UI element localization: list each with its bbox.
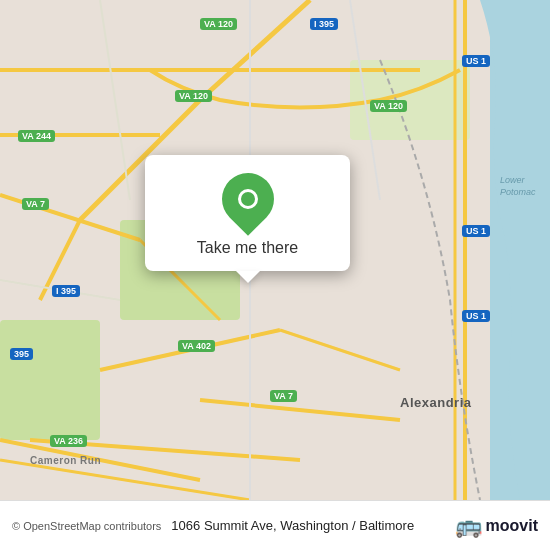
badge-va120-mid: VA 120: [175, 90, 212, 102]
svg-rect-2: [0, 320, 100, 440]
take-me-there-button[interactable]: Take me there: [197, 239, 298, 257]
pin-dot: [238, 189, 258, 209]
badge-us1-mid: US 1: [462, 225, 490, 237]
badge-us1-top: US 1: [462, 55, 490, 67]
badge-va402: VA 402: [178, 340, 215, 352]
svg-line-9: [0, 195, 140, 240]
badge-va244: VA 244: [18, 130, 55, 142]
badge-va7-left: VA 7: [22, 198, 49, 210]
badge-va120-right: VA 120: [370, 100, 407, 112]
address-label: 1066 Summit Ave, Washington / Baltimore: [171, 518, 444, 533]
location-pin-icon: [211, 162, 285, 236]
badge-i395-top: I 395: [310, 18, 338, 30]
moovit-wordmark: moovit: [486, 517, 538, 535]
badge-va7-lower: VA 7: [270, 390, 297, 402]
map-container: VA 120 I 395 US 1 VA 244 VA 120 VA 7 VA …: [0, 0, 550, 500]
popup-card: Take me there: [145, 155, 350, 271]
svg-line-18: [200, 400, 400, 420]
city-label-cameron-run: Cameron Run: [30, 455, 101, 466]
badge-va120-top: VA 120: [200, 18, 237, 30]
svg-line-4: [200, 0, 310, 100]
svg-line-14: [280, 330, 400, 370]
moovit-logo: 🚌 moovit: [455, 513, 538, 539]
badge-va236: VA 236: [50, 435, 87, 447]
moovit-icon: 🚌: [455, 513, 482, 539]
osm-attribution: © OpenStreetMap contributors: [12, 520, 161, 532]
bottom-bar: © OpenStreetMap contributors 1066 Summit…: [0, 500, 550, 550]
badge-395-low: 395: [10, 348, 33, 360]
water-label-lower-potomac: LowerPotomac: [500, 175, 536, 198]
city-label-alexandria: Alexandria: [400, 395, 471, 410]
badge-us1-lower: US 1: [462, 310, 490, 322]
badge-i395-mid: I 395: [52, 285, 80, 297]
svg-line-21: [100, 0, 130, 200]
